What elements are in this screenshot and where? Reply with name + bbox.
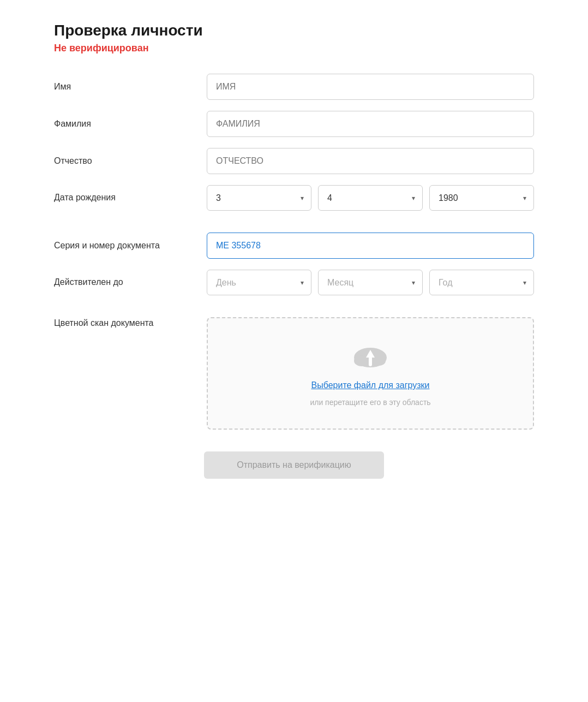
scan-row: Цветной скан документа Выберите файл для…: [54, 317, 534, 430]
dob-year-wrapper: 1980 ▾: [429, 185, 534, 211]
doc-series-field: [207, 233, 534, 259]
valid-until-date-row: День ▾ Месяц ▾ Год ▾: [207, 270, 534, 295]
svg-rect-3: [369, 356, 372, 366]
submit-button[interactable]: Отправить на верификацию: [204, 451, 383, 479]
page-title: Проверка личности: [54, 22, 534, 39]
dob-day-wrapper: 3 ▾: [207, 185, 311, 211]
dob-label: Дата рождения: [54, 192, 207, 204]
valid-until-year-select[interactable]: Год: [429, 270, 534, 295]
valid-until-label: Действителен до: [54, 276, 207, 288]
last-name-row: Фамилия: [54, 111, 534, 137]
upload-hint: или перетащите его в эту область: [310, 398, 430, 407]
dob-year-select[interactable]: 1980: [429, 185, 534, 211]
dob-month-select[interactable]: 4: [318, 185, 423, 211]
scan-field: Выберите файл для загрузки или перетащит…: [207, 317, 534, 430]
valid-until-month-select[interactable]: Месяц: [318, 270, 423, 295]
middle-name-input[interactable]: [207, 148, 534, 174]
valid-until-field: День ▾ Месяц ▾ Год ▾: [207, 270, 534, 295]
middle-name-label: Отчество: [54, 155, 207, 167]
upload-area[interactable]: Выберите файл для загрузки или перетащит…: [207, 317, 534, 430]
first-name-input[interactable]: [207, 74, 534, 100]
dob-date-row: 3 ▾ 4 ▾ 1980 ▾: [207, 185, 534, 211]
middle-name-field: [207, 148, 534, 174]
valid-until-day-wrapper: День ▾: [207, 270, 311, 295]
dob-field: 3 ▾ 4 ▾ 1980 ▾: [207, 185, 534, 211]
doc-series-label: Серия и номер документа: [54, 240, 207, 252]
dob-month-wrapper: 4 ▾: [318, 185, 423, 211]
middle-name-row: Отчество: [54, 148, 534, 174]
first-name-field: [207, 74, 534, 100]
valid-until-row: Действителен до День ▾ Месяц ▾ Г: [54, 270, 534, 295]
first-name-row: Имя: [54, 74, 534, 100]
upload-link[interactable]: Выберите файл для загрузки: [311, 380, 429, 390]
valid-until-day-select[interactable]: День: [207, 270, 311, 295]
valid-until-month-wrapper: Месяц ▾: [318, 270, 423, 295]
last-name-input[interactable]: [207, 111, 534, 137]
valid-until-year-wrapper: Год ▾: [429, 270, 534, 295]
cloud-upload-icon: [351, 340, 390, 373]
scan-label: Цветной скан документа: [54, 317, 207, 329]
page-container: Проверка личности Не верифицирован Имя Ф…: [54, 22, 534, 680]
doc-series-row: Серия и номер документа: [54, 233, 534, 259]
last-name-field: [207, 111, 534, 137]
dob-day-select[interactable]: 3: [207, 185, 311, 211]
dob-row: Дата рождения 3 ▾ 4 ▾ 1980: [54, 185, 534, 211]
status-badge: Не верифицирован: [54, 43, 534, 54]
last-name-label: Фамилия: [54, 118, 207, 130]
submit-row: Отправить на верификацию: [54, 451, 534, 479]
doc-series-input[interactable]: [207, 233, 534, 259]
first-name-label: Имя: [54, 81, 207, 93]
